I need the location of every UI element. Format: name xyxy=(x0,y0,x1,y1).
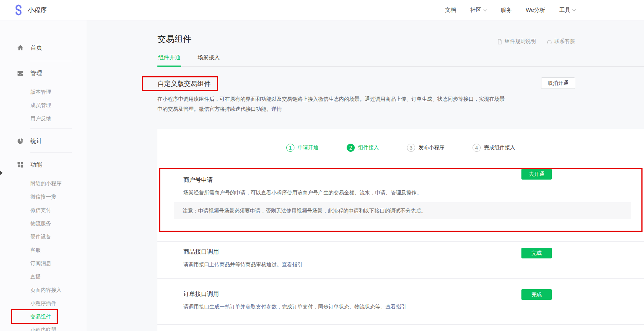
home-icon xyxy=(17,44,24,51)
merchant-section-title: 商户号申请 xyxy=(183,176,641,184)
miniprogram-logo-icon xyxy=(13,4,24,16)
chevron-down-icon xyxy=(573,8,576,11)
top-header: 小程序 文档 社区 服务 We分析 工具 xyxy=(0,0,644,20)
view-guide-link[interactable]: 查看指引 xyxy=(282,261,303,267)
view-guide-link[interactable]: 查看指引 xyxy=(386,304,406,310)
sidebar-item-miniprogram-alliance[interactable]: 小程序联盟 xyxy=(0,323,87,331)
nav-services[interactable]: 服务 xyxy=(501,7,512,14)
intro-section: 自定义版交易组件 取消开通 在小程序中调用该组件后，可在原有的界面和功能以及交易… xyxy=(157,76,644,114)
step-2-circle: 2 xyxy=(347,144,355,152)
step-connector xyxy=(386,148,400,148)
nav-community[interactable]: 社区 xyxy=(470,7,487,14)
grid-icon xyxy=(17,161,24,168)
sidebar-item-logistics-service[interactable]: 物流服务 xyxy=(0,217,87,230)
nav-we-analytics[interactable]: We分析 xyxy=(526,7,545,14)
detail-link[interactable]: 详情 xyxy=(271,106,282,112)
product-done-button[interactable]: 完成 xyxy=(521,248,552,258)
nav-tools[interactable]: 工具 xyxy=(559,7,575,14)
sidebar-item-wechat-pay[interactable]: 微信支付 xyxy=(0,203,87,217)
app-window: 小程序 文档 社区 服务 We分析 工具 首页 管理 版 xyxy=(0,0,644,331)
component-rules-link[interactable]: 组件规则说明 xyxy=(497,38,536,45)
top-nav: 文档 社区 服务 We分析 工具 xyxy=(445,7,575,14)
tray-icon xyxy=(17,70,24,77)
brand-title: 小程序 xyxy=(28,6,47,14)
annotation-box-merchant-section: 商户号申请 场景经营所需商户号的申请，可以查看小程序使用该商户号产生的交易金额、… xyxy=(159,168,643,232)
sidebar-item-features[interactable]: 功能 xyxy=(0,157,87,172)
tab-scene-access[interactable]: 场景接入 xyxy=(197,54,220,66)
sidebar-item-hardware-devices[interactable]: 硬件设备 xyxy=(0,230,87,243)
divider xyxy=(157,324,644,325)
sidebar-item-version-management[interactable]: 版本管理 xyxy=(0,85,87,98)
page-actions: 组件规则说明 联系客服 xyxy=(497,38,575,45)
component-edition-title: 自定义版交易组件 xyxy=(157,79,211,88)
step-4-circle: 4 xyxy=(473,144,481,152)
merchant-section-description: 场景经营所需商户号的申请，可以查看小程序使用该商户号产生的交易金额、流水，申请、… xyxy=(183,189,641,196)
sidebar-item-nearby-miniprograms[interactable]: 附近的小程序 xyxy=(0,177,87,190)
divider xyxy=(157,165,644,165)
annotation-box-sidebar-transaction-component: 交易组件 xyxy=(11,309,58,324)
step-connector xyxy=(325,148,340,148)
sidebar-item-customer-service[interactable]: 客服 xyxy=(0,243,87,257)
upload-product-link[interactable]: 上传商品 xyxy=(209,261,230,267)
nav-docs[interactable]: 文档 xyxy=(445,7,456,14)
sidebar-item-home[interactable]: 首页 xyxy=(0,40,87,55)
order-api-description: 请调用接口生成一笔订单并获取支付参数，完成订单支付，同步订单状态、物流状态等。查… xyxy=(183,303,644,310)
sidebar-item-subscribe-messages[interactable]: 订阅消息 xyxy=(0,257,87,270)
main-content: 交易组件 组件规则说明 联系客服 xyxy=(87,20,644,331)
annotation-box-title: 自定义版交易组件 xyxy=(142,76,218,91)
page-head: 交易组件 组件规则说明 联系客服 xyxy=(157,20,644,44)
contact-support-link[interactable]: 联系客服 xyxy=(546,38,575,45)
step-apply: 1 申请开通 xyxy=(286,144,318,152)
intro-description: 在小程序中调用该组件后，可在原有的界面和功能以及交易链路上接入微信生态内的场景。… xyxy=(157,94,508,114)
step-publish: 3 发布小程序 xyxy=(407,144,444,152)
document-icon xyxy=(497,39,503,45)
divider xyxy=(30,61,72,61)
cancel-activation-button[interactable]: 取消开通 xyxy=(541,77,575,89)
sidebar-item-live-streaming[interactable]: 直播 xyxy=(0,270,87,283)
step-1-circle: 1 xyxy=(286,144,294,152)
step-connector xyxy=(451,148,466,148)
product-api-section: 商品接口调用 请调用接口上传商品并等待商品审核通过。查看指引 完成 xyxy=(157,242,644,278)
product-api-description: 请调用接口上传商品并等待商品审核通过。查看指引 xyxy=(183,261,644,268)
process-card: 1 申请开通 2 组件接入 3 发布小程序 4 xyxy=(157,129,644,331)
step-3-circle: 3 xyxy=(407,144,415,152)
sidebar-item-wechat-search[interactable]: 微信搜一搜 xyxy=(0,190,87,203)
sidebar-item-manage[interactable]: 管理 xyxy=(0,66,87,81)
sidebar-item-statistics[interactable]: 统计 xyxy=(0,134,87,148)
sidebar-item-miniprogram-plugins[interactable]: 小程序插件 xyxy=(0,297,87,310)
divider xyxy=(30,152,72,153)
order-api-section: 订单接口调用 请调用接口生成一笔订单并获取支付参数，完成订单支付，同步订单状态、… xyxy=(157,279,644,324)
chevron-down-icon xyxy=(483,8,487,11)
notice-box: 注意：申请视频号场景必须要申请，否则无法使用视频号场景，此流程的申请和以下接口的… xyxy=(174,202,631,219)
stepper: 1 申请开通 2 组件接入 3 发布小程序 4 xyxy=(157,129,644,165)
sidebar: 首页 管理 版本管理 成员管理 用户反馈 统计 xyxy=(0,20,87,331)
product-api-title: 商品接口调用 xyxy=(183,248,644,256)
merchant-application-section: 商户号申请 场景经营所需商户号的申请，可以查看小程序使用该商户号产生的交易金额、… xyxy=(160,169,641,231)
divider xyxy=(30,128,72,129)
step-complete: 4 完成组件接入 xyxy=(473,144,515,152)
step-component-access: 2 组件接入 xyxy=(347,144,379,152)
activate-merchant-button[interactable]: 去开通 xyxy=(521,169,552,180)
sidebar-item-page-content-access[interactable]: 页面内容接入 xyxy=(0,283,87,297)
sidebar-item-transaction-component[interactable]: 交易组件 xyxy=(30,313,51,320)
order-api-title: 订单接口调用 xyxy=(183,290,644,298)
tab-component-activation[interactable]: 组件开通 xyxy=(157,54,181,67)
create-order-link[interactable]: 生成一笔订单并获取支付参数 xyxy=(209,304,277,310)
sidebar-item-user-feedback[interactable]: 用户反馈 xyxy=(0,112,87,125)
brand[interactable]: 小程序 xyxy=(13,4,47,16)
sidebar-item-member-management[interactable]: 成员管理 xyxy=(0,98,87,112)
headset-icon xyxy=(546,39,553,45)
sidebar-collapse-arrow-icon[interactable] xyxy=(0,171,3,175)
tab-bar: 组件开通 场景接入 xyxy=(157,54,644,67)
pie-chart-icon xyxy=(17,137,24,145)
order-done-button[interactable]: 完成 xyxy=(521,289,552,300)
